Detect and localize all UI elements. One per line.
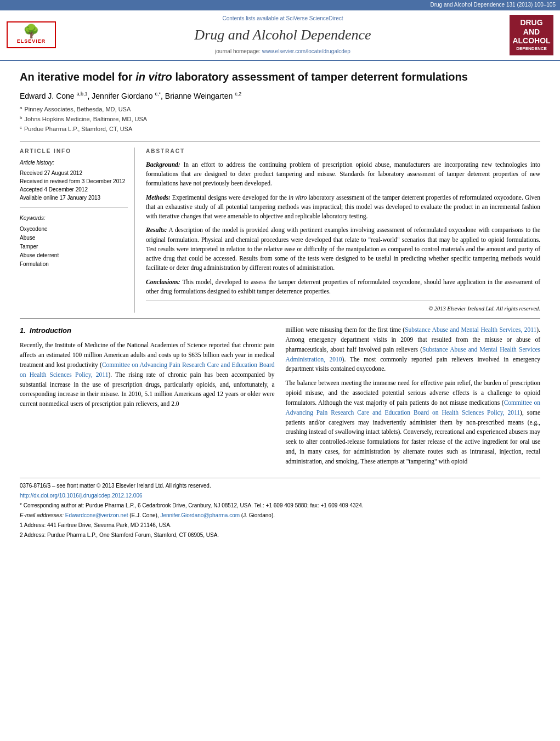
journal-header: 🌳 ELSEVIER Contents lists available at S… (0, 10, 560, 61)
keyword-tamper: Tamper (20, 242, 128, 251)
fn2-text: 2 Address: Purdue Pharma L.P., One Stamf… (20, 532, 219, 538)
history-label: Article history: (20, 159, 128, 167)
logo-title-small: DEPENDENCE (512, 46, 551, 52)
ref-link-committee-2011[interactable]: Committee on Advancing Pain Research Car… (20, 361, 275, 378)
footnote-license: 0376-8716/$ – see front matter © 2013 El… (20, 482, 540, 490)
background-label: Background: (146, 161, 180, 168)
footnote-emails: E-mail addresses: Edwardcone@verizon.net… (20, 511, 540, 520)
section1-title: 1. Introduction (20, 325, 275, 336)
journal-reference-bar: Drug and Alcohol Dependence 131 (2013) 1… (0, 0, 560, 10)
abstract-column: ABSTRACT Background: In an effort to add… (146, 148, 540, 313)
license-text: 0376-8716/$ – see front matter © 2013 El… (20, 483, 211, 489)
footnote-corresponding: * Corresponding author at: Purdue Pharma… (20, 501, 540, 510)
article-content: An iterative model for in vitro laborato… (0, 61, 560, 549)
article-info-abstract-section: ARTICLE INFO Article history: Received 2… (20, 142, 540, 313)
body-two-col: 1. Introduction Recently, the Institute … (20, 325, 540, 471)
body-left-column: 1. Introduction Recently, the Institute … (20, 325, 275, 471)
logo-title-big: DRUGANDALCOHOL (512, 18, 551, 46)
keyword-abuse-deterrent: Abuse deterrent (20, 251, 128, 260)
results-text: A description of the model is provided a… (146, 227, 540, 271)
email-label: E-mail addresses: (20, 512, 64, 518)
journal-ref-text: Drug and Alcohol Dependence 131 (2013) 1… (430, 2, 556, 8)
revised-date: Received in revised form 3 December 2012 (20, 177, 128, 185)
journal-logo-box: DRUGANDALCOHOL DEPENDENCE (510, 15, 553, 55)
journal-homepage: journal homepage: www.elsevier.com/locat… (61, 48, 504, 56)
doi-link[interactable]: http://dx.doi.org/10.1016/j.drugalcdep.2… (20, 493, 143, 499)
footnote-2: 2 Address: Purdue Pharma L.P., One Stamf… (20, 531, 540, 540)
background-text: In an effort to address the continuing p… (146, 161, 540, 187)
footnote-1: 1 Address: 441 Fairtree Drive, Severna P… (20, 521, 540, 530)
conclusions-text: This model, developed to assess the tamp… (146, 279, 540, 295)
intro-para-3: The balance between meeting the immense … (286, 378, 541, 466)
sciverse-text: Contents lists available at SciVerse Sci… (222, 15, 343, 21)
affiliation-a: Pinney Associates, Bethesda, MD, USA (24, 105, 131, 115)
copyright-line: © 2013 Elsevier Ireland Ltd. All rights … (146, 301, 540, 313)
abstract-results: Results: A description of the model is p… (146, 225, 540, 273)
body-section: 1. Introduction Recently, the Institute … (20, 318, 540, 471)
article-info-column: ARTICLE INFO Article history: Received 2… (20, 148, 135, 313)
fn1-text: 1 Address: 441 Fairtree Drive, Severna P… (20, 522, 172, 528)
intro-para-2: million were misusing them for the first… (286, 325, 541, 374)
methods-label: Methods: (146, 194, 171, 201)
affiliations: a Pinney Associates, Bethesda, MD, USA b… (20, 105, 540, 134)
keywords-label: Keywords: (20, 214, 128, 223)
received-date: Received 27 August 2012 (20, 169, 128, 177)
elsevier-logo: 🌳 ELSEVIER (7, 21, 56, 48)
homepage-label: journal homepage: (215, 48, 262, 54)
elsevier-label: ELSEVIER (17, 38, 46, 45)
homepage-link[interactable]: www.elsevier.com/locate/drugalcdep (262, 48, 350, 54)
footnote-doi: http://dx.doi.org/10.1016/j.drugalcdep.2… (20, 491, 540, 500)
years-text: years (225, 391, 238, 397)
section1-number: 1. (20, 326, 26, 335)
article-history-block: Article history: Received 27 August 2012… (20, 159, 128, 208)
affiliation-b: Johns Hopkins Medicine, Baltimore, MD, U… (24, 115, 147, 125)
sciverse-link[interactable]: Contents lists available at SciVerse Sci… (61, 15, 504, 23)
abstract-background: Background: In an effort to address the … (146, 160, 540, 189)
methods-text: Experimental designs were developed for … (146, 194, 540, 220)
intro-para-1: Recently, the Institute of Medicine of t… (20, 341, 275, 409)
ref-link-committee-2011-b[interactable]: Committee on Advancing Pain Research Car… (286, 399, 541, 416)
keyword-oxycodone: Oxycodone (20, 225, 128, 234)
keywords-block: Keywords: Oxycodone Abuse Tamper Abuse d… (20, 214, 128, 274)
article-info-heading: ARTICLE INFO (20, 148, 128, 156)
journal-center: Contents lists available at SciVerse Sci… (61, 15, 504, 56)
email-giordano[interactable]: Jennifer.Giordano@pharma.com (160, 512, 240, 518)
ref-link-samhsa-2011[interactable]: Substance Abuse and Mental Health Servic… (405, 326, 536, 333)
affiliation-c: Purdue Pharma L.P., Stamford, CT, USA (24, 125, 132, 134)
keyword-abuse: Abuse (20, 234, 128, 242)
body-right-column: million were misusing them for the first… (286, 325, 541, 471)
elsevier-tree-icon: 🌳 (23, 25, 39, 38)
email-giordano-name: (J. Giordano). (241, 512, 275, 518)
keyword-formulation: Formulation (20, 260, 128, 269)
abstract-conclusions: Conclusions: This model, developed to as… (146, 278, 540, 297)
results-label: Results: (146, 227, 167, 233)
article-title: An iterative model for in vitro laborato… (20, 70, 540, 84)
authors-line: Edward J. Cone a,b,1, Jennifer Giordano … (20, 90, 540, 101)
accepted-date: Accepted 4 December 2012 (20, 185, 128, 194)
abstract-heading: ABSTRACT (146, 148, 540, 156)
conclusions-label: Conclusions: (146, 279, 180, 285)
journal-title: Drug and Alcohol Dependence (61, 25, 504, 46)
corresponding-text: * Corresponding author at: Purdue Pharma… (20, 502, 364, 508)
ref-link-samhsa-2010[interactable]: Substance Abuse and Mental Health Servic… (286, 346, 541, 363)
abstract-methods: Methods: Experimental designs were devel… (146, 193, 540, 222)
footnotes-area: 0376-8716/$ – see front matter © 2013 El… (20, 478, 540, 540)
email-cone[interactable]: Edwardcone@verizon.net (65, 512, 128, 518)
email-cone-name: (E.J. Cone), (129, 512, 160, 518)
online-date: Available online 17 January 2013 (20, 194, 128, 202)
